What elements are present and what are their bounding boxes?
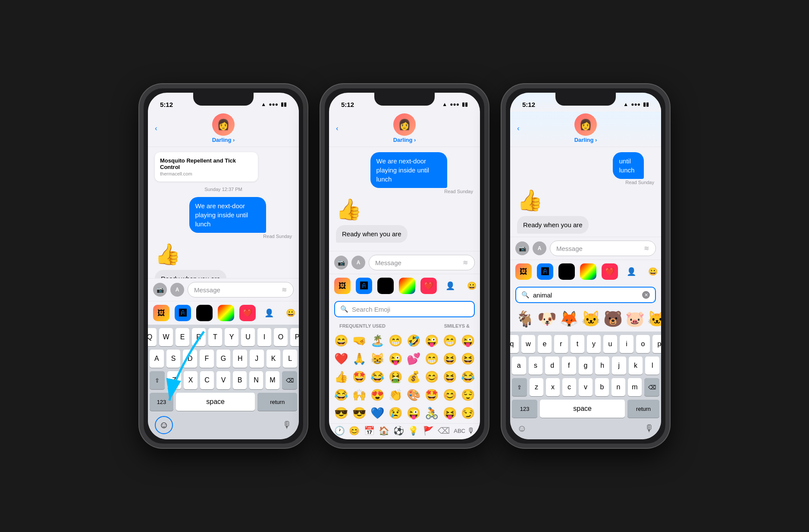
key-a[interactable]: A — [150, 350, 164, 368]
appstore-app-icon[interactable]: 🅰 — [175, 305, 191, 321]
shift-key[interactable]: ⇧ — [150, 371, 165, 389]
emoji-cell[interactable]: 😝 — [441, 404, 458, 422]
emoji-cell[interactable]: 😊 — [441, 386, 458, 404]
back-button-2[interactable]: ‹ — [336, 124, 339, 133]
contact-avatar[interactable]: 👩 — [212, 113, 235, 136]
emoji-nav-delete[interactable]: ⌫ — [438, 426, 450, 436]
back-button-3[interactable]: ‹ — [517, 124, 520, 133]
key-i-lower[interactable]: i — [620, 335, 633, 353]
applepay-icon-3[interactable] — [558, 263, 575, 280]
emoji-nav-flag[interactable]: 🚩 — [423, 426, 434, 436]
emoji-cell[interactable]: 🤩 — [423, 386, 440, 404]
key-p[interactable]: P — [290, 328, 299, 346]
camera-button-3[interactable]: 📷 — [515, 241, 529, 255]
emoji-cell[interactable]: 😏 — [459, 404, 477, 422]
numbers-key[interactable]: 123 — [150, 393, 173, 411]
key-t[interactable]: T — [208, 328, 222, 346]
appstore-app-icon-2[interactable]: 🅰 — [356, 278, 372, 294]
applepay-icon-2[interactable] — [377, 278, 394, 294]
emoji-cell[interactable]: 🤩 — [351, 368, 368, 385]
emoji-cell[interactable]: 😂 — [369, 368, 386, 385]
key-u[interactable]: U — [241, 328, 255, 346]
emoji-cell[interactable]: 😊 — [423, 368, 440, 385]
memoji-icon[interactable]: 👤 — [261, 305, 277, 321]
key-g-lower[interactable]: g — [579, 357, 593, 375]
shift-key-lower[interactable]: ⇧ — [512, 378, 527, 396]
key-o[interactable]: O — [274, 328, 288, 346]
key-j-lower[interactable]: j — [612, 357, 626, 375]
mic-icon-emoji[interactable]: 🎙 — [467, 426, 475, 435]
emoji-cell[interactable]: 😁 — [387, 332, 404, 349]
contact-name-3[interactable]: Darling › — [574, 137, 597, 143]
emoji-cell[interactable]: 👍 — [332, 368, 350, 385]
heart-icon-2[interactable]: ❤️ — [420, 278, 437, 294]
emoji-cell[interactable]: 💙 — [369, 404, 386, 422]
emoji-cell[interactable]: 🎨 — [405, 386, 422, 404]
emoji-cell[interactable]: 🏝️ — [369, 332, 386, 349]
key-c-lower[interactable]: c — [562, 378, 576, 396]
key-v-lower[interactable]: v — [579, 378, 593, 396]
key-o-lower[interactable]: o — [636, 335, 650, 353]
return-key[interactable]: return — [257, 393, 297, 411]
appstore-app-icon-3[interactable]: 🅰 — [537, 263, 553, 280]
emoji-search-bar[interactable]: 🔍 Search Emoji — [334, 301, 475, 317]
key-i[interactable]: I — [257, 328, 271, 346]
key-v[interactable]: V — [216, 371, 230, 389]
appstore-button[interactable]: A — [170, 283, 184, 297]
emoji-cell[interactable]: ❤️ — [332, 350, 350, 367]
contact-name[interactable]: Darling › — [212, 137, 235, 143]
key-f-lower[interactable]: f — [562, 357, 576, 375]
key-r[interactable]: R — [192, 328, 206, 346]
applepay-icon[interactable] — [196, 305, 213, 321]
emoji-cell[interactable]: 😜 — [405, 404, 422, 422]
key-j[interactable]: J — [250, 350, 264, 368]
camera-button[interactable]: 📷 — [153, 283, 167, 297]
sticker-icon-3[interactable]: 😀 — [645, 263, 661, 280]
key-e-lower[interactable]: e — [538, 335, 552, 353]
key-u-lower[interactable]: u — [603, 335, 617, 353]
contact-name-2[interactable]: Darling › — [393, 137, 416, 143]
key-l[interactable]: L — [283, 350, 297, 368]
key-e[interactable]: E — [176, 328, 189, 346]
emoji-cell[interactable]: 😸 — [369, 350, 386, 367]
key-q-lower[interactable]: q — [510, 335, 519, 353]
emoji-search-filled[interactable]: 🔍 animal ✕ — [515, 287, 656, 303]
emoji-nav-home[interactable]: 🏠 — [379, 426, 389, 436]
mic-key-lower[interactable]: 🎙 — [645, 423, 654, 434]
emoji-cell[interactable]: 😂 — [459, 368, 477, 385]
key-x[interactable]: X — [184, 371, 198, 389]
clear-search-button[interactable]: ✕ — [642, 291, 650, 299]
emoji-cell[interactable]: 😜 — [459, 332, 477, 349]
emoji-cell[interactable]: 😁 — [423, 350, 440, 367]
key-k-lower[interactable]: k — [629, 357, 643, 375]
emoji-nav-bulb[interactable]: 💡 — [408, 426, 419, 436]
key-m-lower[interactable]: m — [628, 378, 642, 396]
space-key[interactable]: space — [176, 393, 255, 411]
emoji-cell[interactable]: 😄 — [332, 332, 350, 349]
back-button[interactable]: ‹ — [155, 124, 157, 133]
key-y-lower[interactable]: y — [587, 335, 601, 353]
emoji-cell[interactable]: 🙏 — [351, 350, 368, 367]
key-a-lower[interactable]: a — [512, 357, 526, 375]
animal-emoji-6[interactable]: 🐷 — [625, 310, 645, 328]
key-d[interactable]: D — [183, 350, 197, 368]
memoji-icon-3[interactable]: 👤 — [623, 263, 640, 280]
emoji-cell[interactable]: 💕 — [405, 350, 422, 367]
emoji-cell[interactable]: 😍 — [369, 386, 386, 404]
message-input-3[interactable]: Message ≋ — [550, 241, 656, 256]
key-s-lower[interactable]: s — [529, 357, 543, 375]
emoji-cell[interactable]: 😢 — [387, 404, 404, 422]
emoji-nav-ball[interactable]: ⚽ — [393, 426, 404, 436]
sticker-icon[interactable]: 😀 — [282, 305, 299, 321]
key-c[interactable]: C — [200, 371, 214, 389]
key-b[interactable]: B — [233, 371, 247, 389]
animal-emoji-4[interactable]: 🐱 — [581, 310, 601, 328]
emoji-cell[interactable]: 😎 — [351, 404, 368, 422]
mic-key[interactable]: 🎙 — [282, 419, 292, 431]
delete-key-lower[interactable]: ⌫ — [644, 378, 659, 396]
key-x-lower[interactable]: x — [546, 378, 560, 396]
key-s[interactable]: S — [166, 350, 181, 368]
key-t-lower[interactable]: t — [571, 335, 584, 353]
key-n[interactable]: N — [249, 371, 263, 389]
return-key-lower[interactable]: return — [627, 400, 659, 418]
